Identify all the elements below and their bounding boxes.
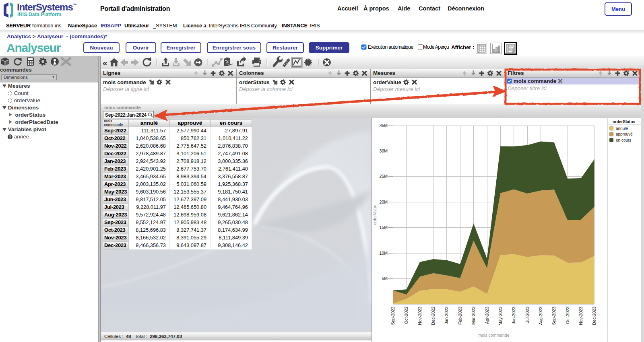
- svg-text:Apr-2023: Apr-2023: [485, 307, 489, 324]
- svg-text:Feb-2023: Feb-2023: [458, 307, 462, 325]
- svg-text:5M: 5M: [382, 276, 388, 281]
- svg-text:orderStatus: orderStatus: [613, 119, 636, 124]
- svg-text:30M: 30M: [380, 148, 388, 153]
- svg-text:Sep-2022: Sep-2022: [390, 307, 395, 325]
- svg-text:20M: 20M: [380, 200, 388, 204]
- svg-text:Dec-2023: Dec-2023: [592, 307, 597, 325]
- svg-text:Oct-2022: Oct-2022: [404, 307, 409, 324]
- svg-text:orderValue: orderValue: [372, 205, 377, 225]
- svg-text:Dec-2022: Dec-2022: [431, 307, 436, 325]
- svg-text:Nov-2022: Nov-2022: [417, 307, 422, 325]
- svg-text:Mar-2023: Mar-2023: [471, 307, 476, 325]
- svg-text:Jul-2023: Jul-2023: [525, 307, 530, 323]
- svg-text:Jun-2023: Jun-2023: [511, 307, 516, 324]
- svg-text:10M: 10M: [380, 251, 388, 255]
- svg-text:Nov-2023: Nov-2023: [578, 307, 583, 325]
- svg-text:Oct-2023: Oct-2023: [565, 307, 570, 324]
- svg-text:Aug-2023: Aug-2023: [538, 307, 543, 325]
- svg-text:25M: 25M: [380, 174, 388, 179]
- svg-text:approuvé: approuvé: [616, 132, 633, 136]
- svg-text:annulé: annulé: [616, 126, 628, 131]
- svg-text:35M: 35M: [380, 123, 388, 128]
- svg-text:mois commande: mois commande: [478, 333, 509, 338]
- svg-text:en cours: en cours: [616, 138, 631, 142]
- svg-text:May-2023: May-2023: [498, 307, 503, 326]
- svg-text:Sep-2023: Sep-2023: [551, 307, 556, 325]
- svg-text:15M: 15M: [380, 225, 388, 230]
- svg-text:Jan-2023: Jan-2023: [444, 307, 449, 324]
- svg-text:«: «: [103, 58, 107, 67]
